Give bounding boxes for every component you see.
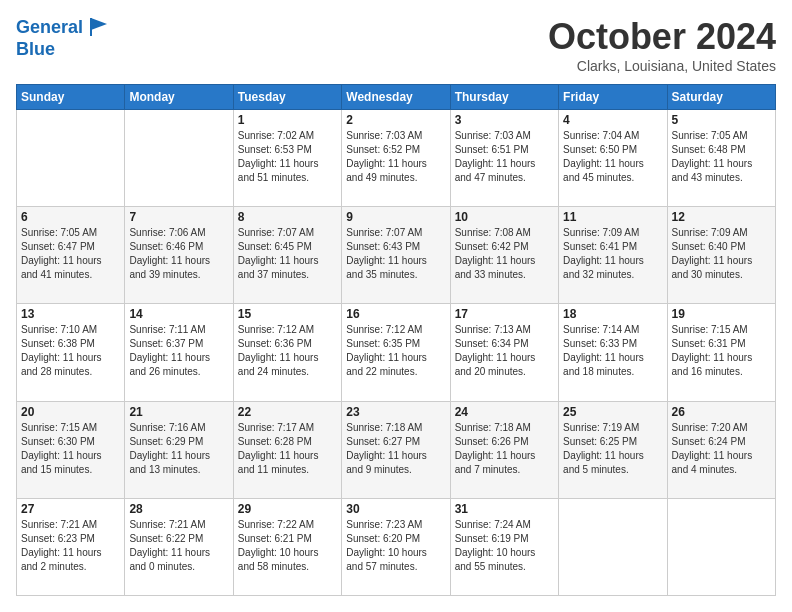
day-number: 17 bbox=[455, 307, 554, 321]
logo-line2: Blue bbox=[16, 40, 111, 60]
calendar-cell: 30Sunrise: 7:23 AMSunset: 6:20 PMDayligh… bbox=[342, 498, 450, 595]
logo: General Blue bbox=[16, 16, 111, 60]
day-number: 14 bbox=[129, 307, 228, 321]
calendar-cell bbox=[559, 498, 667, 595]
calendar-cell: 29Sunrise: 7:22 AMSunset: 6:21 PMDayligh… bbox=[233, 498, 341, 595]
calendar: SundayMondayTuesdayWednesdayThursdayFrid… bbox=[16, 84, 776, 596]
day-number: 24 bbox=[455, 405, 554, 419]
calendar-cell: 20Sunrise: 7:15 AMSunset: 6:30 PMDayligh… bbox=[17, 401, 125, 498]
day-number: 25 bbox=[563, 405, 662, 419]
day-info: Sunrise: 7:02 AMSunset: 6:53 PMDaylight:… bbox=[238, 129, 337, 185]
calendar-cell: 14Sunrise: 7:11 AMSunset: 6:37 PMDayligh… bbox=[125, 304, 233, 401]
calendar-cell: 22Sunrise: 7:17 AMSunset: 6:28 PMDayligh… bbox=[233, 401, 341, 498]
day-info: Sunrise: 7:18 AMSunset: 6:27 PMDaylight:… bbox=[346, 421, 445, 477]
day-info: Sunrise: 7:05 AMSunset: 6:47 PMDaylight:… bbox=[21, 226, 120, 282]
day-info: Sunrise: 7:12 AMSunset: 6:35 PMDaylight:… bbox=[346, 323, 445, 379]
calendar-cell: 23Sunrise: 7:18 AMSunset: 6:27 PMDayligh… bbox=[342, 401, 450, 498]
calendar-cell: 9Sunrise: 7:07 AMSunset: 6:43 PMDaylight… bbox=[342, 207, 450, 304]
day-info: Sunrise: 7:18 AMSunset: 6:26 PMDaylight:… bbox=[455, 421, 554, 477]
calendar-cell: 12Sunrise: 7:09 AMSunset: 6:40 PMDayligh… bbox=[667, 207, 775, 304]
day-number: 12 bbox=[672, 210, 771, 224]
day-number: 15 bbox=[238, 307, 337, 321]
day-number: 28 bbox=[129, 502, 228, 516]
header: General Blue October 2024 Clarks, Louisi… bbox=[16, 16, 776, 74]
calendar-cell: 6Sunrise: 7:05 AMSunset: 6:47 PMDaylight… bbox=[17, 207, 125, 304]
day-info: Sunrise: 7:08 AMSunset: 6:42 PMDaylight:… bbox=[455, 226, 554, 282]
page: General Blue October 2024 Clarks, Louisi… bbox=[0, 0, 792, 612]
day-info: Sunrise: 7:15 AMSunset: 6:31 PMDaylight:… bbox=[672, 323, 771, 379]
calendar-cell: 17Sunrise: 7:13 AMSunset: 6:34 PMDayligh… bbox=[450, 304, 558, 401]
day-number: 30 bbox=[346, 502, 445, 516]
day-number: 20 bbox=[21, 405, 120, 419]
calendar-cell: 11Sunrise: 7:09 AMSunset: 6:41 PMDayligh… bbox=[559, 207, 667, 304]
calendar-cell: 19Sunrise: 7:15 AMSunset: 6:31 PMDayligh… bbox=[667, 304, 775, 401]
day-info: Sunrise: 7:09 AMSunset: 6:40 PMDaylight:… bbox=[672, 226, 771, 282]
day-info: Sunrise: 7:06 AMSunset: 6:46 PMDaylight:… bbox=[129, 226, 228, 282]
day-number: 23 bbox=[346, 405, 445, 419]
day-number: 19 bbox=[672, 307, 771, 321]
day-number: 2 bbox=[346, 113, 445, 127]
day-info: Sunrise: 7:10 AMSunset: 6:38 PMDaylight:… bbox=[21, 323, 120, 379]
day-info: Sunrise: 7:13 AMSunset: 6:34 PMDaylight:… bbox=[455, 323, 554, 379]
day-number: 11 bbox=[563, 210, 662, 224]
day-info: Sunrise: 7:07 AMSunset: 6:43 PMDaylight:… bbox=[346, 226, 445, 282]
calendar-cell: 3Sunrise: 7:03 AMSunset: 6:51 PMDaylight… bbox=[450, 110, 558, 207]
calendar-cell: 4Sunrise: 7:04 AMSunset: 6:50 PMDaylight… bbox=[559, 110, 667, 207]
day-info: Sunrise: 7:21 AMSunset: 6:22 PMDaylight:… bbox=[129, 518, 228, 574]
day-number: 8 bbox=[238, 210, 337, 224]
calendar-cell: 24Sunrise: 7:18 AMSunset: 6:26 PMDayligh… bbox=[450, 401, 558, 498]
calendar-cell: 25Sunrise: 7:19 AMSunset: 6:25 PMDayligh… bbox=[559, 401, 667, 498]
calendar-cell bbox=[125, 110, 233, 207]
day-number: 18 bbox=[563, 307, 662, 321]
calendar-cell: 15Sunrise: 7:12 AMSunset: 6:36 PMDayligh… bbox=[233, 304, 341, 401]
col-header-friday: Friday bbox=[559, 85, 667, 110]
calendar-cell: 5Sunrise: 7:05 AMSunset: 6:48 PMDaylight… bbox=[667, 110, 775, 207]
month-title: October 2024 bbox=[548, 16, 776, 58]
day-number: 6 bbox=[21, 210, 120, 224]
title-block: October 2024 Clarks, Louisiana, United S… bbox=[548, 16, 776, 74]
day-number: 26 bbox=[672, 405, 771, 419]
logo-line1: General bbox=[16, 17, 83, 37]
day-info: Sunrise: 7:19 AMSunset: 6:25 PMDaylight:… bbox=[563, 421, 662, 477]
calendar-cell: 2Sunrise: 7:03 AMSunset: 6:52 PMDaylight… bbox=[342, 110, 450, 207]
calendar-cell bbox=[17, 110, 125, 207]
day-info: Sunrise: 7:09 AMSunset: 6:41 PMDaylight:… bbox=[563, 226, 662, 282]
day-info: Sunrise: 7:16 AMSunset: 6:29 PMDaylight:… bbox=[129, 421, 228, 477]
day-number: 27 bbox=[21, 502, 120, 516]
calendar-cell: 27Sunrise: 7:21 AMSunset: 6:23 PMDayligh… bbox=[17, 498, 125, 595]
calendar-cell: 10Sunrise: 7:08 AMSunset: 6:42 PMDayligh… bbox=[450, 207, 558, 304]
calendar-cell: 1Sunrise: 7:02 AMSunset: 6:53 PMDaylight… bbox=[233, 110, 341, 207]
day-info: Sunrise: 7:07 AMSunset: 6:45 PMDaylight:… bbox=[238, 226, 337, 282]
day-number: 16 bbox=[346, 307, 445, 321]
day-info: Sunrise: 7:03 AMSunset: 6:52 PMDaylight:… bbox=[346, 129, 445, 185]
col-header-tuesday: Tuesday bbox=[233, 85, 341, 110]
calendar-cell: 31Sunrise: 7:24 AMSunset: 6:19 PMDayligh… bbox=[450, 498, 558, 595]
calendar-cell: 16Sunrise: 7:12 AMSunset: 6:35 PMDayligh… bbox=[342, 304, 450, 401]
day-number: 22 bbox=[238, 405, 337, 419]
day-info: Sunrise: 7:15 AMSunset: 6:30 PMDaylight:… bbox=[21, 421, 120, 477]
day-info: Sunrise: 7:23 AMSunset: 6:20 PMDaylight:… bbox=[346, 518, 445, 574]
day-number: 31 bbox=[455, 502, 554, 516]
svg-marker-0 bbox=[91, 18, 107, 30]
day-number: 5 bbox=[672, 113, 771, 127]
day-info: Sunrise: 7:20 AMSunset: 6:24 PMDaylight:… bbox=[672, 421, 771, 477]
col-header-wednesday: Wednesday bbox=[342, 85, 450, 110]
col-header-saturday: Saturday bbox=[667, 85, 775, 110]
col-header-monday: Monday bbox=[125, 85, 233, 110]
day-number: 21 bbox=[129, 405, 228, 419]
col-header-thursday: Thursday bbox=[450, 85, 558, 110]
day-info: Sunrise: 7:04 AMSunset: 6:50 PMDaylight:… bbox=[563, 129, 662, 185]
logo-flag-icon bbox=[89, 16, 111, 38]
day-info: Sunrise: 7:21 AMSunset: 6:23 PMDaylight:… bbox=[21, 518, 120, 574]
day-number: 10 bbox=[455, 210, 554, 224]
day-info: Sunrise: 7:11 AMSunset: 6:37 PMDaylight:… bbox=[129, 323, 228, 379]
calendar-cell: 18Sunrise: 7:14 AMSunset: 6:33 PMDayligh… bbox=[559, 304, 667, 401]
day-info: Sunrise: 7:05 AMSunset: 6:48 PMDaylight:… bbox=[672, 129, 771, 185]
day-number: 4 bbox=[563, 113, 662, 127]
day-number: 13 bbox=[21, 307, 120, 321]
location: Clarks, Louisiana, United States bbox=[548, 58, 776, 74]
day-info: Sunrise: 7:17 AMSunset: 6:28 PMDaylight:… bbox=[238, 421, 337, 477]
day-number: 7 bbox=[129, 210, 228, 224]
day-info: Sunrise: 7:22 AMSunset: 6:21 PMDaylight:… bbox=[238, 518, 337, 574]
day-info: Sunrise: 7:12 AMSunset: 6:36 PMDaylight:… bbox=[238, 323, 337, 379]
